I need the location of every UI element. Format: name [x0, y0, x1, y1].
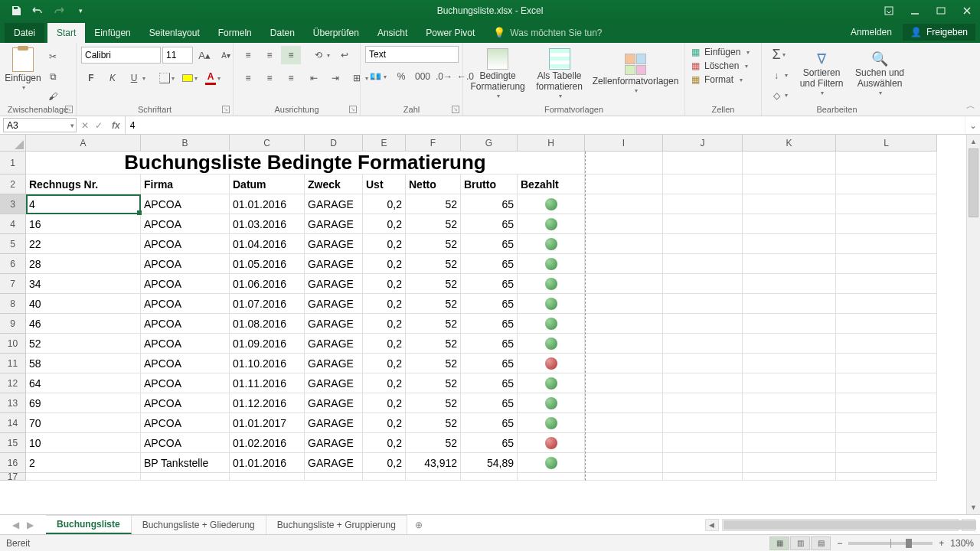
cell[interactable]	[585, 413, 663, 433]
cell[interactable]: GARAGE	[305, 354, 363, 373]
cell[interactable]: 65	[461, 334, 518, 354]
cancel-formula-button[interactable]: ✕	[81, 120, 89, 131]
cell[interactable]	[743, 393, 836, 413]
collapse-ribbon-button[interactable]: ︿	[966, 99, 975, 112]
row-header[interactable]: 14	[0, 413, 26, 433]
enter-formula-button[interactable]: ✓	[95, 120, 103, 131]
cell[interactable]	[585, 152, 663, 174]
row-header[interactable]: 15	[0, 433, 26, 453]
cell[interactable]: 52	[26, 334, 141, 354]
cell[interactable]: Buchungsliste Bedingte Formatierung	[26, 152, 585, 174]
cell[interactable]: 0,2	[363, 334, 406, 354]
orientation-button[interactable]: ⟲▾	[309, 46, 333, 64]
cell[interactable]	[836, 473, 937, 481]
name-box[interactable]: A3▾	[3, 118, 77, 132]
row-header[interactable]: 3	[0, 194, 26, 214]
cell[interactable]	[585, 373, 663, 393]
cell[interactable]	[585, 294, 663, 314]
zoom-level[interactable]: 130%	[950, 538, 974, 549]
format-painter-button[interactable]: 🖌	[43, 87, 63, 106]
cell[interactable]: APCOA	[141, 354, 230, 373]
cell[interactable]	[836, 152, 937, 174]
cell[interactable]: 22	[26, 234, 141, 254]
cell[interactable]	[518, 234, 585, 254]
cell[interactable]: 70	[26, 413, 141, 433]
cell[interactable]: Ust	[363, 174, 406, 194]
cell[interactable]: 52	[406, 194, 461, 214]
cell[interactable]: 65	[461, 214, 518, 234]
cell[interactable]	[26, 473, 141, 481]
cell[interactable]: GARAGE	[305, 334, 363, 354]
cell[interactable]	[663, 152, 743, 174]
cell[interactable]	[743, 234, 836, 254]
cells-area[interactable]: Buchungsliste Bedingte FormatierungRechn…	[26, 152, 937, 481]
cell[interactable]	[585, 433, 663, 453]
cell[interactable]	[518, 354, 585, 373]
cell[interactable]: APCOA	[141, 314, 230, 334]
cell[interactable]	[518, 314, 585, 334]
cell[interactable]: APCOA	[141, 214, 230, 234]
cell[interactable]: 01.10.2016	[230, 354, 305, 373]
cell[interactable]	[663, 354, 743, 373]
cell[interactable]	[663, 254, 743, 274]
font-dialog-launcher[interactable]: ↘	[222, 106, 230, 113]
formula-bar[interactable]: 4	[125, 116, 965, 134]
cell[interactable]: 46	[26, 314, 141, 334]
scroll-down-button[interactable]: ▼	[967, 500, 980, 514]
format-as-table-button[interactable]: Als Tabelle formatieren▾	[532, 47, 586, 101]
cell[interactable]	[836, 433, 937, 453]
save-button[interactable]	[6, 2, 26, 20]
cell[interactable]: 0,2	[363, 254, 406, 274]
cell[interactable]: GARAGE	[305, 314, 363, 334]
cell[interactable]	[585, 234, 663, 254]
row-header[interactable]: 9	[0, 314, 26, 334]
tell-me[interactable]: 💡Was möchten Sie tun?	[484, 22, 611, 43]
ribbon-options-button[interactable]	[876, 0, 902, 21]
cell[interactable]	[585, 393, 663, 413]
insert-cells-button[interactable]: ▦Einfügen▾	[690, 46, 756, 58]
cell[interactable]: APCOA	[141, 334, 230, 354]
tab-insert[interactable]: Einfügen	[85, 23, 139, 43]
cell[interactable]	[743, 314, 836, 334]
comma-button[interactable]: 000	[413, 67, 433, 86]
zoom-slider[interactable]	[848, 542, 933, 545]
cell[interactable]: GARAGE	[305, 453, 363, 473]
cell[interactable]: 01.01.2016	[230, 194, 305, 214]
cell[interactable]	[663, 234, 743, 254]
expand-formula-bar-button[interactable]: ⌄	[965, 116, 980, 134]
cell[interactable]: 52	[406, 234, 461, 254]
horizontal-scrollbar[interactable]: ◀ ▶	[701, 515, 980, 534]
row-header[interactable]: 11	[0, 354, 26, 373]
cell[interactable]: 40	[26, 294, 141, 314]
cell[interactable]: GARAGE	[305, 413, 363, 433]
cell[interactable]	[743, 194, 836, 214]
cell[interactable]	[585, 274, 663, 294]
cell[interactable]	[585, 214, 663, 234]
cell[interactable]: GARAGE	[305, 373, 363, 393]
cell[interactable]: 65	[461, 354, 518, 373]
col-header-C[interactable]: C	[230, 135, 305, 152]
cell[interactable]	[836, 354, 937, 373]
fill-color-button[interactable]: ▾	[179, 72, 201, 84]
view-normal-button[interactable]: ▦	[769, 536, 789, 550]
font-name-select[interactable]	[81, 47, 161, 64]
cell[interactable]: 4	[26, 194, 141, 214]
cell[interactable]	[663, 373, 743, 393]
tab-powerpivot[interactable]: Power Pivot	[416, 23, 484, 43]
cell[interactable]	[518, 373, 585, 393]
cell[interactable]	[743, 174, 836, 194]
cell[interactable]	[518, 473, 585, 481]
scroll-left-button[interactable]: ◀	[705, 519, 719, 531]
cell[interactable]: 52	[406, 334, 461, 354]
cell[interactable]: 64	[26, 373, 141, 393]
row-headers[interactable]: 1234567891011121314151617	[0, 152, 26, 481]
cell[interactable]	[585, 334, 663, 354]
undo-button[interactable]	[28, 2, 47, 20]
cell[interactable]: 65	[461, 314, 518, 334]
cell[interactable]	[743, 254, 836, 274]
autosum-button[interactable]: Σ▾	[766, 44, 791, 65]
row-header[interactable]: 1	[0, 152, 26, 174]
col-header-B[interactable]: B	[141, 135, 230, 152]
add-sheet-button[interactable]: ⊕	[407, 515, 430, 534]
currency-button[interactable]: 💶▾	[365, 67, 390, 86]
